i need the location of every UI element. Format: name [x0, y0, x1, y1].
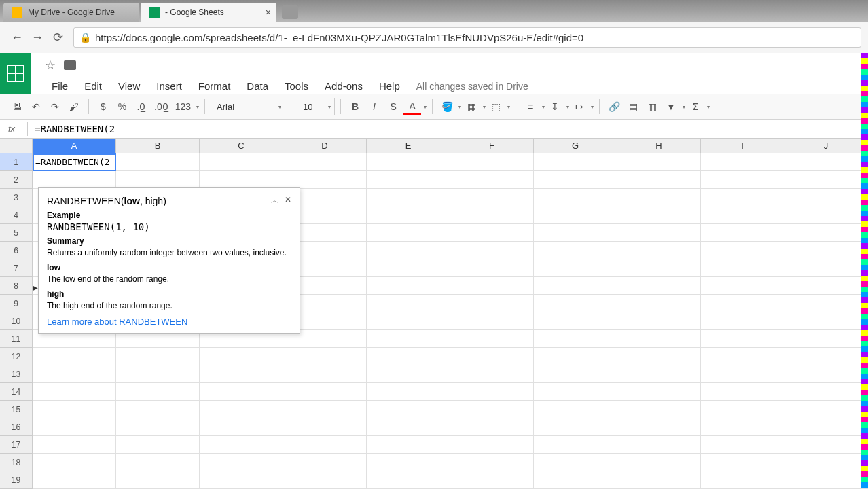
row-header[interactable]: 16: [0, 418, 33, 436]
cell[interactable]: [450, 401, 534, 418]
cell[interactable]: [534, 401, 617, 418]
chevron-down-icon[interactable]: ▾: [542, 104, 545, 110]
font-select[interactable]: Arial: [211, 98, 285, 115]
cell[interactable]: [33, 471, 116, 489]
chevron-down-icon[interactable]: ▾: [683, 104, 685, 110]
font-size-select[interactable]: 10: [297, 98, 335, 115]
cell[interactable]: [701, 189, 784, 206]
cell[interactable]: [116, 383, 200, 401]
cell[interactable]: [33, 454, 116, 471]
cell[interactable]: [367, 330, 450, 348]
cell[interactable]: [784, 348, 868, 365]
cell[interactable]: [701, 171, 784, 189]
cell[interactable]: [116, 454, 200, 471]
sheets-logo-icon[interactable]: [0, 53, 31, 94]
cell[interactable]: [367, 401, 450, 418]
cell[interactable]: [784, 171, 868, 189]
row-header[interactable]: 7: [0, 259, 33, 277]
cell[interactable]: [450, 348, 534, 365]
cell[interactable]: [450, 454, 534, 471]
cell[interactable]: [701, 312, 784, 330]
cell[interactable]: [617, 365, 701, 383]
cell[interactable]: [367, 153, 450, 171]
chevron-down-icon[interactable]: ▾: [196, 104, 199, 110]
h-align-button[interactable]: ≡: [522, 98, 539, 115]
back-button[interactable]: ←: [7, 27, 27, 48]
cell[interactable]: [534, 383, 617, 401]
cell[interactable]: [450, 224, 534, 242]
cell[interactable]: [367, 418, 450, 436]
col-header-f[interactable]: F: [450, 139, 534, 153]
cell[interactable]: [450, 153, 534, 171]
cell[interactable]: [784, 224, 868, 242]
cell[interactable]: [784, 153, 868, 171]
cell[interactable]: [450, 330, 534, 348]
cell[interactable]: [701, 330, 784, 348]
col-header-i[interactable]: I: [701, 139, 784, 153]
cell[interactable]: [701, 277, 784, 295]
cell[interactable]: [283, 401, 367, 418]
cell[interactable]: [200, 171, 283, 189]
menu-addons[interactable]: Add-ons: [318, 77, 369, 94]
row-header[interactable]: 3: [0, 189, 33, 206]
cell[interactable]: [784, 295, 868, 312]
forward-button[interactable]: →: [27, 27, 48, 48]
cell[interactable]: [367, 471, 450, 489]
cell[interactable]: [617, 418, 701, 436]
star-icon[interactable]: ☆: [45, 58, 56, 73]
cell[interactable]: [617, 171, 701, 189]
cell[interactable]: [701, 365, 784, 383]
cell[interactable]: [450, 383, 534, 401]
row-header[interactable]: 18: [0, 454, 33, 471]
cell[interactable]: [116, 365, 200, 383]
chevron-down-icon[interactable]: ▾: [566, 104, 569, 110]
cell[interactable]: [116, 153, 200, 171]
formula-input[interactable]: =RANDBETWEEN(2: [35, 124, 115, 134]
more-formats-button[interactable]: 123: [173, 98, 194, 115]
cell[interactable]: [367, 436, 450, 454]
new-tab-button[interactable]: [282, 5, 298, 19]
cell[interactable]: [200, 365, 283, 383]
row-header[interactable]: 13: [0, 365, 33, 383]
col-header-j[interactable]: J: [784, 139, 868, 153]
cell[interactable]: [200, 436, 283, 454]
close-tooltip-icon[interactable]: ✕: [285, 195, 291, 206]
row-header[interactable]: 17: [0, 436, 33, 454]
italic-button[interactable]: I: [365, 98, 383, 115]
cell[interactable]: [701, 206, 784, 224]
cell[interactable]: [617, 471, 701, 489]
cell[interactable]: [701, 401, 784, 418]
cell[interactable]: [534, 171, 617, 189]
cell[interactable]: [701, 295, 784, 312]
select-all-corner[interactable]: [0, 139, 33, 153]
cell[interactable]: [784, 436, 868, 454]
chevron-down-icon[interactable]: ▾: [424, 104, 427, 110]
cell[interactable]: [617, 312, 701, 330]
cell[interactable]: [534, 295, 617, 312]
cell[interactable]: [33, 401, 116, 418]
cell[interactable]: [534, 348, 617, 365]
cell[interactable]: [450, 471, 534, 489]
row-header[interactable]: 12: [0, 348, 33, 365]
menu-tools[interactable]: Tools: [278, 77, 315, 94]
row-header[interactable]: 1: [0, 153, 33, 171]
cell[interactable]: [283, 383, 367, 401]
cell[interactable]: [617, 277, 701, 295]
cell[interactable]: [617, 330, 701, 348]
row-header[interactable]: 11: [0, 330, 33, 348]
cell[interactable]: [33, 171, 116, 189]
decrease-decimal-button[interactable]: .0̲: [132, 98, 150, 115]
cell[interactable]: [784, 259, 868, 277]
cell[interactable]: [450, 277, 534, 295]
row-header[interactable]: 19: [0, 471, 33, 489]
cell[interactable]: [116, 171, 200, 189]
merge-cells-button[interactable]: ⬚: [487, 98, 505, 115]
tab-drive[interactable]: My Drive - Google Drive: [3, 3, 139, 22]
cell[interactable]: [367, 171, 450, 189]
cell[interactable]: [116, 471, 200, 489]
cell[interactable]: [367, 454, 450, 471]
row-header[interactable]: 15: [0, 401, 33, 418]
cell[interactable]: [33, 348, 116, 365]
text-wrap-button[interactable]: ↦: [571, 98, 588, 115]
cell[interactable]: [116, 401, 200, 418]
